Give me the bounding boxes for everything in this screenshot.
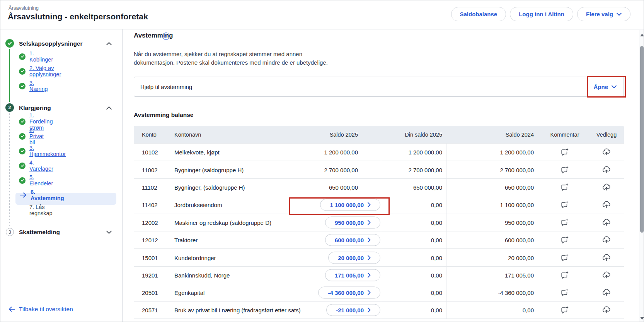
- chevron-down-icon: [617, 13, 622, 16]
- cell-din-saldo-2025: 0,00: [431, 202, 442, 208]
- saldo-2025-pill-button[interactable]: 1 100 000,00: [320, 199, 380, 211]
- add-comment-icon[interactable]: [560, 253, 569, 262]
- cell-saldo-2024: 1 100 000,00: [500, 202, 534, 208]
- step-number: 2: [9, 105, 11, 110]
- add-comment-icon[interactable]: [560, 288, 569, 297]
- cell-saldo-2025: 2 700 000,00: [324, 166, 358, 173]
- cell-din-saldo-2025: 0,00: [431, 289, 442, 296]
- pill-value: 1 100 000,00: [330, 202, 364, 208]
- sidebar-item-label: 7. Lås regnskap: [29, 204, 53, 216]
- add-comment-icon[interactable]: [560, 147, 569, 157]
- scroll-up-arrow[interactable]: [640, 34, 644, 36]
- col-saldo-2024: Saldo 2024: [506, 132, 534, 138]
- table-row: 11102 Bygninger, (saldogruppe H) 650 000…: [134, 178, 624, 196]
- upload-attachment-icon[interactable]: [602, 235, 611, 245]
- upload-attachment-icon[interactable]: [602, 271, 611, 280]
- upload-attachment-icon[interactable]: [602, 305, 611, 315]
- sidebar-item-label[interactable]: 1. Koblinger: [29, 50, 53, 63]
- saldo-2025-pill-button[interactable]: 950 000,00: [325, 216, 380, 228]
- sidebar-item-label[interactable]: 5. Eiendeler: [29, 174, 53, 187]
- chevron-up-icon[interactable]: [106, 41, 112, 46]
- table-row: 11402 Jordbrukseiendom 1 100 000,00 0,00…: [134, 196, 624, 213]
- saldo-2025-pill-button[interactable]: 600 000,00: [325, 234, 380, 246]
- step-connector-done: [9, 49, 10, 102]
- check-circle-icon: [19, 118, 26, 125]
- chevron-down-icon[interactable]: [106, 230, 112, 235]
- sidebar-item-label[interactable]: 4. Varelager: [29, 159, 53, 172]
- open-help-button[interactable]: Åpne: [594, 84, 617, 90]
- top-bar: Årsavslutning Årsavslutning - enkeltpers…: [0, 0, 644, 29]
- sidebar-section-selskapsopplysninger[interactable]: Selskapsopplysninger: [19, 40, 83, 47]
- intro-line-1: Når du avstemmer, sjekker du at regnskap…: [134, 50, 328, 58]
- cell-saldo-2024: 950 000,00: [505, 219, 534, 226]
- add-comment-icon[interactable]: [560, 305, 569, 315]
- page-title: Årsavslutning - enkeltpersonforetak: [8, 12, 148, 21]
- saldo-2025-pill-button[interactable]: 171 005,00: [325, 269, 380, 281]
- cell-saldo-2024: 171 005,00: [505, 272, 534, 278]
- cell-kontonavn: Bankinnskudd, Norge: [174, 272, 230, 278]
- sidebar-item-label[interactable]: 3. Hjemmekontor: [29, 145, 66, 157]
- chevron-up-icon[interactable]: [106, 105, 112, 111]
- sidebar-item-label[interactable]: 2. Valg av opplysninger: [29, 65, 61, 77]
- add-comment-icon[interactable]: [560, 200, 569, 209]
- add-comment-icon[interactable]: [560, 183, 569, 192]
- back-link-label: Tilbake til oversikten: [19, 306, 73, 313]
- pill-value: 600 000,00: [335, 237, 364, 243]
- help-accordion[interactable]: Hjelp til avstemming Åpne: [134, 77, 624, 97]
- upload-attachment-icon[interactable]: [602, 253, 611, 262]
- upload-attachment-icon[interactable]: [602, 147, 611, 157]
- saldo-2025-pill-button[interactable]: -21 000,00: [326, 304, 380, 316]
- cell-konto: 10102: [142, 149, 158, 156]
- chevron-right-icon: [368, 290, 371, 295]
- sidebar-section-skattemelding[interactable]: Skattemelding: [19, 229, 60, 236]
- step-number-3-icon: 3: [6, 228, 14, 236]
- intro-text: Når du avstemmer, sjekker du at regnskap…: [134, 50, 328, 67]
- upload-attachment-icon[interactable]: [602, 165, 611, 175]
- saldobalanse-button[interactable]: Saldobalanse: [451, 7, 506, 21]
- cell-konto: 11102: [142, 184, 157, 190]
- check-circle-icon: [19, 68, 26, 75]
- breadcrumb: Årsavslutning: [9, 5, 39, 11]
- cell-din-saldo-2025: 0,00: [431, 307, 442, 313]
- check-circle-icon: [19, 163, 26, 169]
- add-comment-icon[interactable]: [560, 165, 569, 175]
- chevron-right-icon: [368, 308, 371, 313]
- chevron-right-icon: [368, 272, 371, 277]
- upload-attachment-icon[interactable]: [602, 183, 611, 192]
- cell-saldo-2024: 1 200 000,00: [500, 149, 534, 156]
- saldo-2025-pill-button[interactable]: -4 360 000,00: [318, 287, 380, 299]
- upload-attachment-icon[interactable]: [602, 288, 611, 297]
- sidebar-item-label[interactable]: 3. Næring: [29, 80, 48, 92]
- column-divider: [381, 143, 381, 319]
- pill-value: -4 360 000,00: [328, 289, 364, 296]
- back-to-overview-link[interactable]: Tilbake til oversikten: [9, 306, 73, 313]
- cell-saldo-2025: 1 200 000,00: [324, 149, 358, 156]
- saldo-2025-pill-button[interactable]: 20 000,00: [328, 252, 380, 264]
- cell-saldo-2024: 0,00: [523, 307, 534, 313]
- more-options-button[interactable]: Flere valg: [577, 7, 630, 21]
- saldobalanse-label: Saldobalanse: [460, 11, 497, 17]
- pill-value: 171 005,00: [335, 272, 364, 278]
- table-row: 20501 Egenkapital -4 360 000,00 0,00 -4 …: [134, 284, 624, 301]
- help-icon-glyph: ?: [165, 34, 167, 39]
- vertical-scrollbar[interactable]: [639, 30, 644, 322]
- cell-saldo-2024: -4 360 000,00: [498, 289, 534, 296]
- scroll-down-arrow[interactable]: [640, 317, 644, 320]
- app-window: Årsavslutning Årsavslutning - enkeltpers…: [0, 0, 644, 322]
- help-icon[interactable]: ?: [162, 33, 170, 40]
- sidebar-item-label[interactable]: 6. Avstemming: [31, 189, 64, 201]
- cell-kontonavn: Kundefordringer: [174, 254, 216, 261]
- add-comment-icon[interactable]: [560, 235, 569, 245]
- altinn-login-button[interactable]: Logg inn i Altinn: [510, 7, 573, 21]
- add-comment-icon[interactable]: [560, 271, 569, 280]
- upload-attachment-icon[interactable]: [602, 218, 611, 227]
- cell-konto: 20501: [142, 289, 158, 296]
- open-label: Åpne: [594, 84, 608, 90]
- cell-din-saldo-2025: 650 000,00: [413, 184, 442, 190]
- col-kontonavn: Kontonavn: [174, 132, 201, 138]
- scrollbar-thumb[interactable]: [640, 46, 644, 233]
- sidebar-item-label[interactable]: 2. Privat bil: [29, 127, 44, 146]
- sidebar-section-klargjoring[interactable]: Klargjøring: [19, 104, 51, 111]
- add-comment-icon[interactable]: [560, 218, 569, 227]
- upload-attachment-icon[interactable]: [602, 200, 611, 209]
